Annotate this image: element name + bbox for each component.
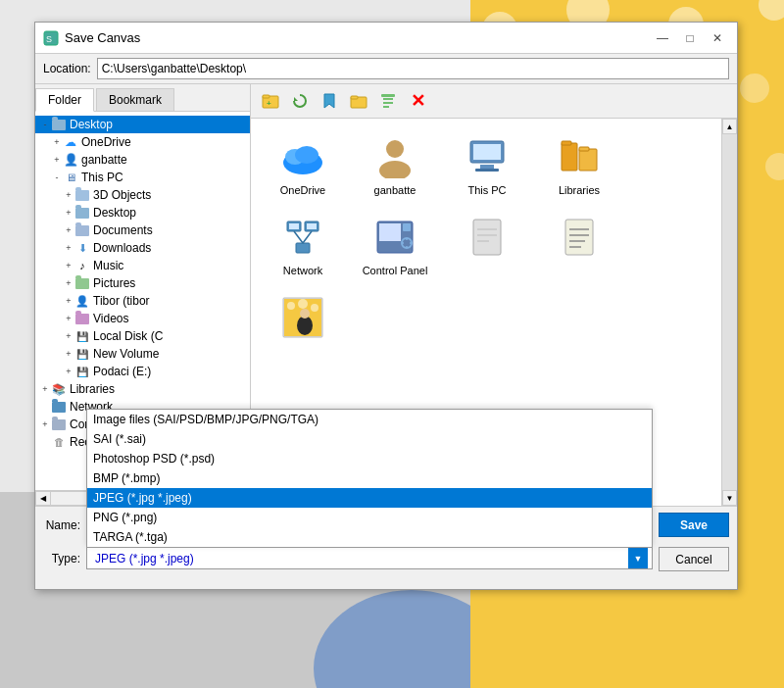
svg-rect-39 (289, 223, 299, 229)
location-label: Location: (43, 62, 91, 75)
open-folder-button[interactable] (345, 88, 372, 114)
v-scrollbar[interactable]: ▲ ▼ (721, 119, 737, 506)
svg-point-11 (314, 590, 470, 688)
expander-pictures[interactable]: + (63, 277, 74, 289)
cancel-button[interactable]: Cancel (659, 547, 729, 571)
svg-rect-35 (562, 141, 571, 145)
tree-item-podaci[interactable]: + 💾 Podaci (E:) (35, 363, 250, 380)
tab-folder[interactable]: Folder (35, 88, 94, 112)
rename-button[interactable] (374, 88, 402, 114)
expander-desktop2[interactable]: + (63, 207, 74, 219)
new-folder-button[interactable]: + (257, 88, 284, 114)
label-pictures: Pictures (93, 276, 135, 290)
location-input[interactable] (97, 58, 729, 79)
refresh-button[interactable] (286, 88, 314, 114)
icon-videos (74, 311, 90, 326)
file-label-network: Network (283, 265, 322, 276)
tree-item-downloads[interactable]: + ⬇ Downloads (35, 239, 250, 257)
expander-onedrive[interactable]: + (51, 136, 63, 148)
name-label: Name: (43, 518, 80, 532)
expander-localdisk[interactable]: + (63, 330, 74, 342)
type-select-display[interactable]: JPEG (*.jpg *.jpeg) ▼ (86, 547, 653, 569)
expander-ganbatte[interactable]: + (51, 154, 63, 166)
file-generic1[interactable] (443, 207, 531, 283)
svg-point-28 (386, 140, 404, 158)
file-onedrive[interactable]: OneDrive (259, 126, 347, 203)
expander-podaci[interactable]: + (63, 366, 74, 377)
save-dialog: S Save Canvas — □ ✕ Location: Folder Boo… (34, 22, 738, 590)
expander-libraries[interactable]: + (39, 383, 51, 395)
expander-3dobjects[interactable]: + (63, 189, 74, 201)
minimize-button[interactable]: — (651, 27, 674, 49)
tree-item-ganbatte[interactable]: + 👤 ganbatte (35, 151, 250, 169)
dropdown-arrow-icon[interactable]: ▼ (628, 548, 648, 568)
maximize-button[interactable]: □ (678, 27, 702, 49)
dialog-icon: S (43, 30, 59, 46)
dropdown-item-sai[interactable]: SAI (*.sai) (87, 429, 652, 449)
file-label-ganbatte: ganbatte (374, 184, 416, 196)
file-network[interactable]: Network (259, 207, 347, 283)
dropdown-item-imagefiles[interactable]: Image files (SAI/PSD/BMP/JPG/PNG/TGA) (87, 410, 652, 429)
tree-item-localdisk[interactable]: + 💾 Local Disk (C (35, 327, 250, 345)
file-image[interactable] (259, 287, 347, 352)
icon-newvolume: 💾 (74, 346, 90, 362)
expander-controlpanel[interactable]: + (39, 418, 51, 430)
svg-marker-17 (294, 97, 298, 101)
expander-downloads[interactable]: + (63, 242, 74, 254)
tree-item-documents[interactable]: + Documents (35, 221, 250, 239)
dropdown-item-bmp[interactable]: BMP (*.bmp) (87, 468, 652, 488)
tree-item-pictures[interactable]: + Pictures (35, 274, 250, 292)
tree-item-desktop2[interactable]: + Desktop (35, 204, 250, 221)
scroll-left-btn[interactable]: ◀ (35, 491, 51, 506)
file-ganbatte[interactable]: ganbatte (351, 126, 439, 203)
type-dropdown[interactable]: Image files (SAI/PSD/BMP/JPG/PNG/TGA) SA… (86, 409, 653, 548)
dropdown-item-jpeg[interactable]: JPEG (*.jpg *.jpeg) (87, 488, 652, 508)
dropdown-item-targa[interactable]: TARGA (*.tga) (87, 527, 652, 547)
svg-rect-41 (307, 223, 317, 229)
tree-item-videos[interactable]: + Videos (35, 310, 250, 327)
svg-rect-57 (565, 220, 593, 255)
svg-point-66 (311, 304, 318, 312)
close-button[interactable]: ✕ (706, 27, 729, 49)
svg-text:+: + (267, 99, 271, 108)
expander-videos[interactable]: + (63, 313, 74, 324)
v-scroll-up-btn[interactable]: ▲ (722, 119, 737, 134)
label-desktop2: Desktop (93, 206, 136, 220)
dropdown-item-png[interactable]: PNG (*.png) (87, 508, 652, 527)
title-bar-left: S Save Canvas (43, 30, 140, 46)
tab-bookmark[interactable]: Bookmark (96, 88, 174, 111)
svg-line-44 (303, 231, 312, 243)
tree-item-thispc[interactable]: - 🖥 This PC (35, 169, 250, 186)
expander-thispc[interactable]: - (51, 172, 63, 183)
icon-libraries: 📚 (51, 381, 67, 397)
expander-documents[interactable]: + (63, 224, 74, 236)
svg-point-29 (379, 161, 411, 178)
tree-item-music[interactable]: + ♪ Music (35, 257, 250, 274)
tree-item-libraries[interactable]: + 📚 Libraries (35, 380, 250, 398)
title-bar: S Save Canvas — □ ✕ (35, 23, 737, 54)
expander-newvolume[interactable]: + (63, 348, 74, 360)
tree-item-desktop[interactable]: - Desktop (35, 116, 250, 133)
icon-ganbatte: 👤 (63, 152, 78, 168)
tree-item-newvolume[interactable]: + 💾 New Volume (35, 345, 250, 363)
expander-tibor[interactable]: + (63, 295, 74, 307)
tree-item-onedrive[interactable]: + ☁ OneDrive (35, 133, 250, 151)
tree-item-3dobjects[interactable]: + 3D Objects (35, 186, 250, 204)
expander-music[interactable]: + (63, 260, 74, 271)
v-scroll-down-btn[interactable]: ▼ (722, 490, 737, 506)
file-thispc[interactable]: This PC (443, 126, 531, 203)
file-controlpanel[interactable]: Control Panel (351, 207, 439, 283)
dropdown-item-psd[interactable]: Photoshop PSD (*.psd) (87, 449, 652, 468)
file-generic2[interactable] (535, 207, 623, 283)
tree-item-tibor[interactable]: + 👤 Tibor (tibor (35, 292, 250, 310)
v-scroll-track[interactable] (722, 134, 737, 490)
delete-button[interactable]: ✕ (404, 88, 431, 114)
save-button[interactable]: Save (659, 513, 729, 537)
svg-rect-31 (473, 144, 501, 160)
svg-point-68 (300, 309, 310, 319)
file-libraries[interactable]: Libraries (535, 126, 623, 203)
expander-desktop[interactable]: - (39, 119, 51, 130)
bookmark-button[interactable] (316, 88, 343, 114)
expander-recycle (39, 436, 51, 448)
icon-desktop (51, 117, 67, 132)
